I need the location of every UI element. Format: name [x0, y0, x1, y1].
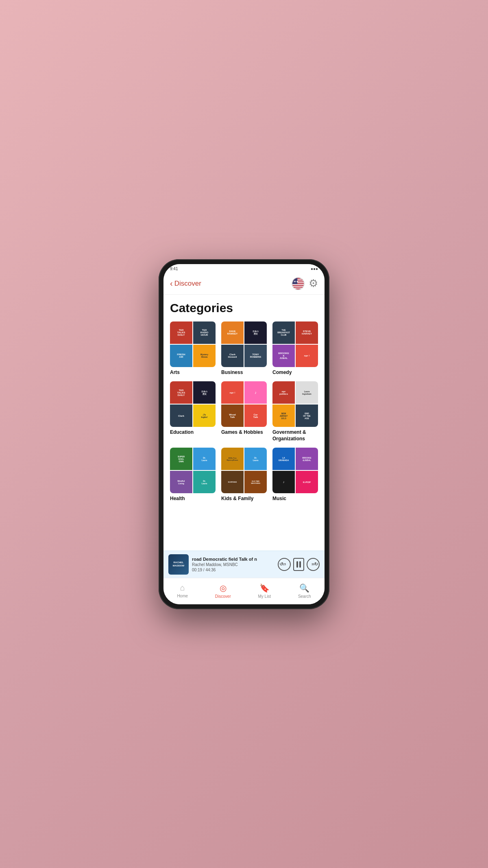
comedy-label: Comedy: [272, 370, 318, 376]
biz-tile-1: DAVERAMSEY: [221, 321, 244, 344]
category-education[interactable]: TEDTALKSDAILY 日本の歴史 Clark ¡TuInglés! Edu…: [170, 381, 216, 442]
games-label: Games & Hobbies: [221, 429, 267, 436]
forward-button[interactable]: 30 ↻: [307, 558, 320, 571]
home-icon: ⌂: [180, 583, 185, 593]
mylist-icon: 🔖: [259, 583, 270, 593]
svg-rect-6: [292, 287, 304, 288]
svg-text:★★★: ★★★: [292, 280, 298, 282]
arts-tile-1: TEDTALKSDAILY: [170, 321, 192, 344]
health-tile-1: SUPERSOULOWN: [170, 448, 192, 470]
health-label: Health: [170, 496, 216, 502]
nav-discover[interactable]: ◎ Discover: [210, 582, 236, 600]
arts-tile-3: FRESHAIR: [170, 345, 192, 367]
discover-label: Discover: [215, 594, 231, 599]
discover-icon: ◎: [220, 583, 227, 593]
gov-label: Government & Organizations: [272, 429, 318, 442]
edu-tile-2: 日本の歴史: [193, 381, 216, 404]
rewind-label: 15: [283, 563, 286, 566]
category-kids-mosaic: 1000s FreeMysteryShows Dr.Laura SUSPENSE…: [221, 448, 267, 493]
gov-tile-4: ENDOF THEAGE: [296, 404, 318, 427]
category-games[interactable]: npr ! ♪ WoodTalk CarTalk Games & Hobbies: [221, 381, 267, 442]
total-time: 44:36: [205, 568, 216, 572]
status-bar: 9:41 ●●●: [163, 264, 325, 274]
gov-tile-1: nprpolitics: [272, 381, 295, 404]
rewind-icon: ↺: [279, 562, 283, 567]
comedy-tile-2: STEVEHARVEY: [296, 321, 318, 344]
edu-tile-4: ¡TuInglés!: [193, 404, 216, 427]
music-tile-2: BROOKE&JUBAL: [296, 448, 318, 470]
edu-tile-3: Clark: [170, 404, 192, 427]
category-health-mosaic: SUPERSOULOWN Dr.Laura MindfulLiving Dr.L…: [170, 448, 216, 493]
category-kids[interactable]: 1000s FreeMysteryShows Dr.Laura SUSPENSE…: [221, 448, 267, 502]
category-business[interactable]: DAVERAMSEY 日本の歴史 ClarkHoward TONYROBBINS…: [221, 321, 267, 376]
nav-home[interactable]: ⌂ Home: [172, 582, 193, 600]
comedy-tile-4: npr !: [296, 345, 318, 367]
player-controls: 15 ↺ 30 ↻: [278, 558, 320, 571]
current-time: 00:19: [192, 568, 202, 572]
games-tile-4: CarTalk: [244, 404, 267, 427]
main-content: Categories TEDTALKSDAILY TEDRADIOHOUR FR…: [163, 295, 325, 551]
arts-tile-4: MysteryShows: [193, 345, 216, 367]
comedy-tile-1: THEBREAKFASTCLUB: [272, 321, 295, 344]
player-info: road Democratic field Talk of n Rachel M…: [192, 557, 274, 572]
back-label: Discover: [174, 280, 201, 288]
category-music-mosaic: LAGRANADA BROOKE&JUBAL ♪ K-POP: [272, 448, 318, 493]
player-title: road Democratic field Talk of n: [192, 557, 274, 562]
kids-tile-4: OLD TIMEWESTERNS: [244, 471, 267, 493]
games-tile-2: ♪: [244, 381, 267, 404]
rewind-button[interactable]: 15 ↺: [278, 558, 291, 571]
music-tile-4: K-POP: [296, 471, 318, 493]
comedy-tile-3: BROOKE&JUBAL: [272, 345, 295, 367]
search-label: Search: [298, 594, 311, 599]
health-tile-2: Dr.Laura: [193, 448, 216, 470]
category-business-mosaic: DAVERAMSEY 日本の歴史 ClarkHoward TONYROBBINS: [221, 321, 267, 367]
category-arts[interactable]: TEDTALKSDAILY TEDRADIOHOUR FRESHAIR Myst…: [170, 321, 216, 376]
page-title: Categories: [170, 301, 318, 315]
player-podcast: Rachel Maddow, MSNBC: [192, 562, 274, 567]
pause-button[interactable]: [293, 558, 304, 571]
biz-tile-4: TONYROBBINS: [244, 345, 267, 367]
category-arts-mosaic: TEDTALKSDAILY TEDRADIOHOUR FRESHAIR Myst…: [170, 321, 216, 367]
edu-tile-1: TEDTALKSDAILY: [170, 381, 192, 404]
gov-tile-2: LauraIngraham: [296, 381, 318, 404]
music-tile-1: LAGRANADA: [272, 448, 295, 470]
health-tile-4: Dr.Laura: [193, 471, 216, 493]
kids-tile-2: Dr.Laura: [244, 448, 267, 470]
signal-display: ●●●: [311, 267, 318, 271]
settings-icon[interactable]: ⚙: [309, 277, 318, 290]
nav-mylist[interactable]: 🔖 My List: [253, 582, 276, 600]
language-flag[interactable]: ★★★: [292, 277, 305, 290]
svg-rect-4: [292, 284, 304, 285]
category-education-mosaic: TEDTALKSDAILY 日本の歴史 Clark ¡TuInglés!: [170, 381, 216, 427]
music-tile-3: ♪: [272, 471, 295, 493]
mylist-label: My List: [258, 594, 271, 599]
music-label: Music: [272, 496, 318, 502]
kids-tile-3: SUSPENSE: [221, 471, 244, 493]
back-chevron-icon: ‹: [170, 279, 173, 288]
arts-tile-2: TEDRADIOHOUR: [193, 321, 216, 344]
forward-icon: ↻: [314, 562, 318, 567]
business-label: Business: [221, 370, 267, 376]
pause-bar-1: [296, 561, 298, 568]
category-games-mosaic: npr ! ♪ WoodTalk CarTalk: [221, 381, 267, 427]
categories-grid: TEDTALKSDAILY TEDRADIOHOUR FRESHAIR Myst…: [170, 321, 318, 502]
player-bar[interactable]: RACHELMADDOW road Democratic field Talk …: [163, 551, 325, 578]
bottom-navigation: ⌂ Home ◎ Discover 🔖 My List 🔍 Search: [163, 578, 325, 604]
category-government[interactable]: nprpolitics LauraIngraham NEWJERSEY101.5…: [272, 381, 318, 442]
app-header: ‹ Discover ★★★: [163, 274, 325, 295]
back-button[interactable]: ‹ Discover: [170, 279, 201, 288]
games-tile-3: WoodTalk: [221, 404, 244, 427]
gov-tile-3: NEWJERSEY101.5: [272, 404, 295, 427]
nav-search[interactable]: 🔍 Search: [293, 582, 316, 600]
health-tile-3: MindfulLiving: [170, 471, 192, 493]
biz-tile-3: ClarkHoward: [221, 345, 244, 367]
search-icon: 🔍: [299, 583, 309, 593]
category-comedy-mosaic: THEBREAKFASTCLUB STEVEHARVEY BROOKE&JUBA…: [272, 321, 318, 367]
header-actions: ★★★ ⚙: [292, 277, 318, 290]
svg-rect-5: [292, 286, 304, 286]
category-comedy[interactable]: THEBREAKFASTCLUB STEVEHARVEY BROOKE&JUBA…: [272, 321, 318, 376]
category-music[interactable]: LAGRANADA BROOKE&JUBAL ♪ K-POP Music: [272, 448, 318, 502]
pause-bar-2: [299, 561, 301, 568]
category-health[interactable]: SUPERSOULOWN Dr.Laura MindfulLiving Dr.L…: [170, 448, 216, 502]
player-thumbnail: RACHELMADDOW: [168, 554, 189, 575]
